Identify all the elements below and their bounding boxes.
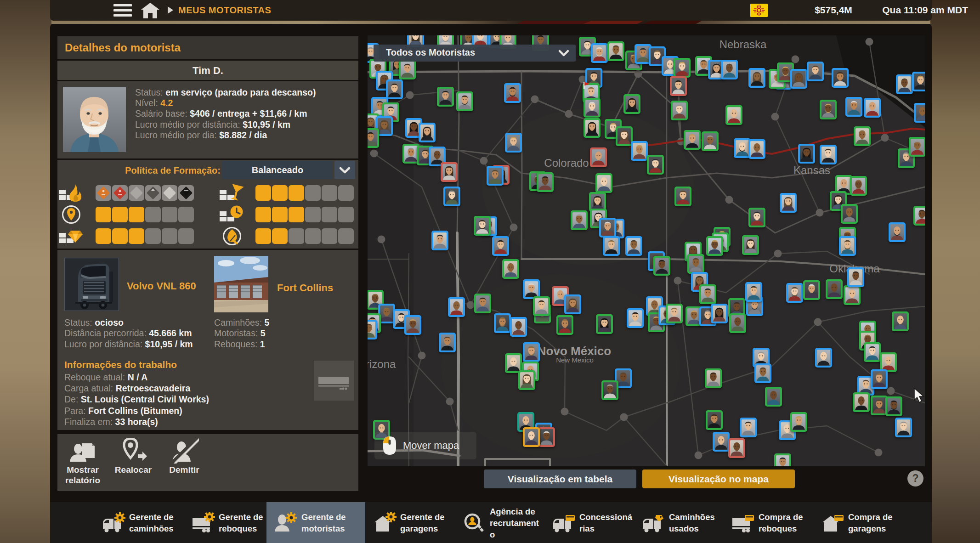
driver-marker[interactable] bbox=[556, 315, 573, 335]
driver-marker[interactable] bbox=[844, 285, 861, 305]
driver-marker[interactable] bbox=[456, 91, 473, 111]
driver-marker[interactable] bbox=[583, 118, 600, 138]
training-policy-select[interactable]: Balanceado bbox=[222, 161, 333, 179]
driver-marker[interactable] bbox=[820, 100, 837, 119]
driver-marker[interactable] bbox=[368, 320, 377, 339]
realocar-button[interactable]: Realocar bbox=[108, 434, 159, 491]
driver-marker[interactable] bbox=[510, 317, 527, 337]
driver-marker[interactable] bbox=[705, 368, 722, 388]
driver-marker[interactable] bbox=[713, 432, 730, 452]
menu-gerente-degaragens[interactable]: Gerente degaragens bbox=[365, 502, 455, 543]
driver-marker[interactable] bbox=[537, 172, 554, 192]
driver-marker[interactable] bbox=[745, 282, 762, 302]
driver-marker[interactable] bbox=[583, 98, 600, 118]
driver-marker[interactable] bbox=[912, 72, 925, 91]
driver-marker[interactable] bbox=[666, 304, 683, 323]
driver-marker[interactable] bbox=[368, 128, 379, 148]
driver-marker[interactable] bbox=[909, 137, 925, 157]
driver-marker[interactable] bbox=[748, 139, 765, 159]
driver-marker[interactable] bbox=[820, 145, 837, 164]
driver-marker[interactable] bbox=[754, 363, 771, 383]
driver-marker[interactable] bbox=[404, 315, 421, 335]
driver-marker[interactable] bbox=[647, 155, 664, 175]
driver-marker[interactable] bbox=[674, 187, 691, 206]
map-view-button[interactable]: Visualização no mapa bbox=[642, 469, 795, 488]
driver-marker[interactable] bbox=[625, 236, 642, 256]
driver-marker[interactable] bbox=[847, 267, 864, 287]
driver-marker[interactable] bbox=[892, 311, 909, 331]
driver-marker[interactable] bbox=[607, 41, 624, 61]
driver-marker[interactable] bbox=[439, 333, 456, 352]
driver-marker[interactable] bbox=[871, 369, 888, 389]
driver-marker[interactable] bbox=[774, 453, 791, 466]
driver-marker[interactable] bbox=[790, 412, 807, 432]
driver-filter-dropdown[interactable]: Todos os Motoristas bbox=[374, 45, 576, 62]
driver-marker[interactable] bbox=[487, 166, 504, 186]
truck-image[interactable] bbox=[64, 258, 119, 311]
driver-marker[interactable] bbox=[533, 296, 550, 316]
driver-marker[interactable] bbox=[518, 370, 535, 390]
mostrar-relat-rio-button[interactable]: Mostrar relatório bbox=[57, 434, 108, 491]
driver-marker[interactable] bbox=[431, 231, 448, 250]
driver-marker[interactable] bbox=[603, 236, 620, 256]
driver-marker[interactable] bbox=[765, 387, 782, 407]
driver-marker[interactable] bbox=[474, 216, 491, 236]
menu-icon[interactable] bbox=[113, 4, 132, 17]
driver-marker[interactable] bbox=[441, 162, 458, 182]
driver-marker[interactable] bbox=[786, 283, 803, 303]
driver-marker[interactable] bbox=[616, 126, 633, 146]
menu-compra-degaragens[interactable]: Compra degaragens bbox=[813, 502, 919, 543]
driver-marker[interactable] bbox=[538, 427, 555, 447]
driver-marker[interactable] bbox=[780, 193, 797, 213]
driver-marker[interactable] bbox=[729, 313, 746, 333]
driver-marker[interactable] bbox=[864, 98, 881, 118]
driver-marker[interactable] bbox=[798, 144, 815, 164]
driver-marker[interactable] bbox=[706, 410, 723, 430]
driver-marker[interactable] bbox=[721, 60, 738, 79]
driver-marker[interactable] bbox=[474, 294, 491, 313]
driver-marker[interactable] bbox=[725, 105, 742, 125]
driver-marker[interactable] bbox=[571, 210, 588, 230]
driver-marker[interactable] bbox=[494, 313, 511, 333]
driver-marker[interactable] bbox=[492, 236, 509, 256]
driver-marker[interactable] bbox=[885, 396, 902, 416]
driver-marker[interactable] bbox=[711, 304, 728, 323]
driver-marker[interactable] bbox=[854, 126, 871, 146]
driver-marker[interactable] bbox=[864, 342, 881, 362]
driver-marker[interactable] bbox=[687, 254, 704, 274]
driver-marker[interactable] bbox=[623, 94, 640, 114]
driver-marker[interactable] bbox=[815, 348, 832, 368]
driver-marker[interactable] bbox=[807, 62, 824, 81]
driver-marker[interactable] bbox=[742, 235, 759, 255]
driver-marker[interactable] bbox=[523, 427, 540, 447]
driver-marker[interactable] bbox=[889, 222, 906, 242]
driver-marker[interactable] bbox=[790, 69, 807, 89]
table-view-button[interactable]: Visualização em tabela bbox=[484, 469, 636, 488]
home-icon[interactable] bbox=[141, 3, 159, 18]
driver-marker[interactable] bbox=[706, 236, 723, 256]
driver-marker[interactable] bbox=[728, 438, 745, 458]
driver-marker[interactable] bbox=[850, 176, 867, 196]
driver-marker[interactable] bbox=[504, 83, 521, 103]
driver-marker[interactable] bbox=[670, 76, 687, 96]
driver-marker[interactable] bbox=[702, 131, 719, 151]
driver-marker[interactable] bbox=[399, 60, 416, 79]
driver-marker[interactable] bbox=[845, 97, 862, 117]
garage-image[interactable] bbox=[214, 256, 268, 312]
driver-marker[interactable] bbox=[699, 284, 716, 304]
driver-marker[interactable] bbox=[826, 279, 843, 299]
driver-marker[interactable] bbox=[631, 141, 648, 161]
driver-marker[interactable] bbox=[914, 103, 925, 123]
driver-marker[interactable] bbox=[591, 43, 608, 63]
training-policy-chevron[interactable] bbox=[334, 161, 355, 179]
menu-caminh-esusados[interactable]: Caminhõesusados bbox=[634, 502, 724, 543]
driver-marker[interactable] bbox=[913, 206, 925, 226]
driver-marker[interactable] bbox=[832, 68, 849, 88]
driver-marker[interactable] bbox=[841, 204, 858, 224]
driver-marker[interactable] bbox=[590, 147, 607, 167]
help-button[interactable]: ? bbox=[907, 470, 923, 486]
demitir-button[interactable]: Demitir bbox=[159, 434, 210, 491]
driver-marker[interactable] bbox=[386, 79, 403, 99]
menu-gerente-demotoristas[interactable]: Gerente demotoristas bbox=[266, 502, 365, 543]
breadcrumb[interactable]: MEUS MOTORISTAS bbox=[178, 5, 271, 16]
